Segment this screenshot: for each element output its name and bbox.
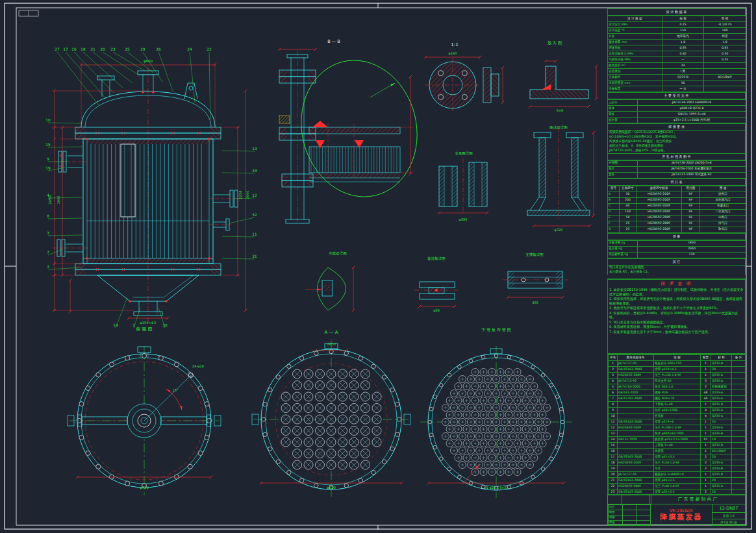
spec-table: 上封头JB/T4746-2002 EHA600×8筒体φ600×8 Q235-B… — [607, 99, 746, 123]
svg-text:φ140: φ140 — [449, 51, 457, 56]
svg-text:2258: 2258 — [238, 191, 242, 199]
svg-text:19: 19 — [45, 166, 51, 170]
svg-text:28: 28 — [140, 47, 145, 51]
bom-row: 15上管板 δ=401Q235-B — [609, 443, 746, 449]
spec-section-title: 设 计 数 据 表 — [607, 8, 746, 16]
spec-row: E50HG20592-2009RF出料口 — [608, 215, 746, 221]
spec-text-line: 相应法兰标准。A、B类焊缝无损检测按 — [607, 144, 746, 149]
scale-cell: 比例 1:5 — [712, 513, 745, 519]
spec-text-line: 0Cr18Ni9+0Cr18Ni9用A102，异种钢用A302。 — [607, 135, 746, 140]
drawing-number: 12-DN87 — [712, 504, 745, 513]
svg-text:φ720: φ720 — [140, 486, 149, 490]
signature-row: 设计 — [609, 505, 651, 510]
spec-row: 保温材料重 kg120 — [608, 252, 746, 258]
title-block-stamp-cells — [608, 495, 651, 504]
svg-text:2600: 2600 — [246, 191, 249, 199]
svg-text:支撑板详图: 支撑板详图 — [525, 253, 544, 257]
svg-text:1: 1 — [132, 323, 135, 327]
bom-row: 3HG20592-2009法兰 PL150-1.0 RF1Q235-A — [609, 373, 746, 378]
svg-text:27: 27 — [55, 47, 60, 51]
svg-text:φ580: φ580 — [459, 217, 468, 222]
svg-text:DN50: DN50 — [327, 342, 336, 346]
spec-row: F25HG20592-2009RF排气口 — [608, 221, 746, 227]
spec-section-title: 其 它 — [607, 258, 746, 266]
bom-row: 4JB/T4712-92耳式支座 B23Q235-A — [609, 378, 746, 384]
spec-row: 保温层厚度 mm50 — [608, 81, 746, 86]
note-item: 7. 设备安装垂直度公差不大于3mm，整体试漏合格后方可投产使用。 — [609, 330, 744, 334]
bom-row: 10折流板4Q235-A — [609, 414, 746, 419]
spec-table: 符号公称尺寸连接尺寸标准密封面用 途A50HG20592-2009RF进料口B2… — [607, 186, 746, 233]
svg-text:布膜器详图: 布膜器详图 — [329, 251, 347, 256]
svg-text:支承圈详图: 支承圈详图 — [455, 151, 473, 156]
spec-row: 水压试验压力 MPa0.400.30 — [608, 51, 746, 57]
spec-text-line: 焊接采用电弧焊：Q235-B+Q235-B用E4303， — [607, 130, 746, 135]
note-item: 1. 本设备按GB150-1998《钢制压力容器》进行制造、试验和验收，并接受《… — [609, 288, 744, 296]
signature-row: 制图 — [609, 510, 651, 515]
svg-text:2450: 2450 — [48, 195, 52, 205]
cad-viewport[interactable]: 2717161821202325282624221015919483721333… — [0, 0, 756, 533]
spec-row: 介质饱和蒸汽料液 — [608, 34, 746, 40]
svg-text:23: 23 — [110, 47, 116, 51]
spec-header-row: 符号公称尺寸连接尺寸标准密封面用 途 — [608, 186, 746, 192]
bom-row: 5JB/T4704-2000垫片 600-1.02石棉橡胶板 — [609, 384, 746, 390]
svg-text:15: 15 — [45, 143, 51, 147]
svg-text:10: 10 — [45, 118, 51, 122]
svg-text:A — A: A — A — [324, 330, 338, 335]
bom-row: 19吊耳2Q235-B — [609, 466, 746, 472]
svg-text:9: 9 — [47, 157, 49, 161]
spec-row: 充水重 kg2460 — [608, 246, 746, 252]
bom-row: 21GB/T8163-2008接管 φ45×3.5120 — [609, 478, 746, 484]
spec-row: 补强圈JB/T4736-2002 dN200 δ=8 — [608, 160, 746, 166]
bom-row: 6GB/T41-2000螺母 M1648Q235-A — [609, 390, 746, 396]
svg-text:3: 3 — [47, 231, 49, 235]
svg-text:8: 8 — [47, 214, 49, 218]
spec-text-line: 焊接接头型式按GB985-88规定，法兰焊接按 — [607, 140, 746, 144]
spec-table: 设备净重 kg1850充水重 kg2460保温材料重 kg120 — [607, 240, 746, 258]
notes-items: 1. 本设备按GB150-1998《钢制压力容器》进行制造、试验和验收，并接受《… — [609, 288, 744, 334]
spec-section-title: 焊 接 要 求 — [607, 123, 746, 130]
svg-text:φ89: φ89 — [433, 308, 440, 313]
svg-text:φ620: φ620 — [327, 486, 336, 490]
spec-row: 管板GB151-1999 δ=40 — [608, 112, 746, 118]
svg-text:21: 21 — [90, 47, 95, 51]
spec-text-line: JB/T4730-2005，抽查20%，III级合格。 — [607, 149, 746, 153]
notes-title: 技 术 要 求 — [609, 280, 744, 288]
svg-text:25: 25 — [125, 47, 130, 51]
bom-row: 23GB/T8163-2008接管 φ32×3.5220 — [609, 490, 746, 495]
bom-row: 20JB/T4737-95椭圆封头 EHA600×81Q235-B — [609, 472, 746, 478]
bom-row: 1JB/T4737-95锥形封头 600×1591Q235-B — [609, 361, 746, 367]
bom-row: 9拉杆 φ10×19004Q235-A — [609, 408, 746, 414]
svg-text:22: 22 — [207, 47, 212, 51]
svg-text:1:1: 1:1 — [451, 42, 458, 47]
bom-row: 13筒体 φ600×8×19001Q235-B — [609, 431, 746, 437]
spec-row: 筒体φ600×8 Q235-B — [608, 106, 746, 112]
svg-text:φ600: φ600 — [144, 59, 153, 64]
note-item: 5. 管口及支座方位按本图俯视图确定。 — [609, 320, 744, 325]
spec-section-title: 主 要 受 压 元 件 — [607, 92, 746, 99]
bom-row: 8下管板 δ=401Q235-B — [609, 402, 746, 408]
spec-row: 支座JB/T4712-1992 耳式支座 B2 — [608, 172, 746, 178]
bom-row: 17GB/T8163-2008接管 φ57×3.5220 — [609, 454, 746, 460]
design-data-table: 设 计 数 据 表设 计 数 据壳 程管 程设计压力 MPa0.25-0.1/0… — [607, 8, 746, 279]
spec-row: 上封头JB/T4746-2002 EHA600×8 — [608, 100, 746, 106]
svg-text:15°: 15° — [173, 388, 179, 392]
svg-text:26: 26 — [156, 47, 161, 51]
technical-notes: 技 术 要 求 1. 本设备按GB150-1998《钢制压力容器》进行制造、试验… — [607, 279, 746, 354]
spec-row: 腐蚀裕量 mm1.01.0 — [608, 40, 746, 45]
svg-text:30: 30 — [162, 323, 168, 327]
signature-row: 审核 — [609, 521, 651, 526]
svg-text:31: 31 — [252, 254, 257, 258]
spec-row: 垫片JB/T4704-2000 非金属软垫片 — [608, 166, 746, 172]
svg-text:2: 2 — [47, 265, 49, 269]
bom-row: 12HG20592-2009法兰 PL200-1.0 RF1Q235-A — [609, 425, 746, 431]
svg-text:放 大 图: 放 大 图 — [548, 40, 562, 45]
svg-text:13: 13 — [252, 147, 257, 151]
bom-row: 2GB/T8163-2008接管 φ159×4.5120 — [609, 367, 746, 373]
svg-text:φ720: φ720 — [555, 228, 563, 232]
signature-row: 校核 — [609, 515, 651, 521]
note-item: 4. 设备制成后，壳程以0.40MPa、管程以0.30MPa做水压试验，保压30… — [609, 311, 744, 319]
bom-row: 22HG20592-2009法兰 PL40-1.0 RF1Q235-A — [609, 484, 746, 490]
spec-text-line: 未注圆角 R5，未注倒角 C2。 — [607, 270, 746, 275]
spec-section-title: 开 孔 补 强 及 附 件 — [607, 153, 746, 160]
note-item: 2. 焊接采用电弧焊，焊条牌号见设计数据表；焊接接头型式按GB985-88规定，… — [609, 297, 744, 305]
